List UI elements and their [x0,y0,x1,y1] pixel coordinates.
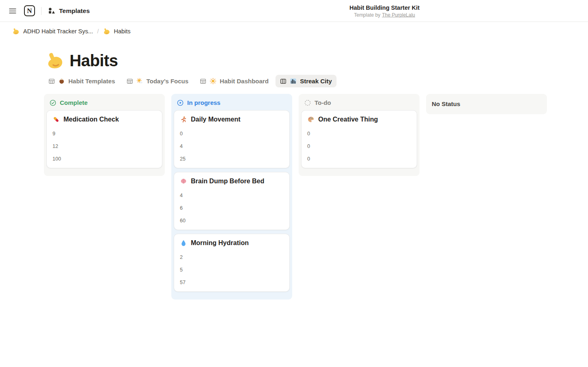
card-value: 6 [180,205,284,211]
card-value: 25 [180,156,284,162]
card-value: 9 [52,131,156,137]
card-title-text: Brain Dump Before Bed [191,178,264,185]
cityscape-icon [290,78,297,85]
card-value: 0 [307,156,411,162]
template-title: Habit Building Starter Kit [350,4,420,11]
column-title: No Status [432,100,460,107]
card-morning-hydration[interactable]: Morning Hydration 2 5 57 [174,234,290,292]
card-title: Brain Dump Before Bed [180,178,284,185]
template-subtitle: Template by The PurpleLalu [350,12,420,17]
card-title: One Creative Thing [307,116,411,123]
tab-todays-focus[interactable]: Today’s Focus [122,75,193,87]
tab-label: Today’s Focus [146,78,188,85]
card-value: 0 [307,131,411,137]
board-column-in-progress: In progress Daily Movement 0 4 25 Brain … [171,94,292,300]
view-tabs: Habit Templates Today’s Focus Habit Dash… [44,75,588,87]
board-column-complete: Complete Medication Check 9 12 100 [44,94,165,176]
templates-button[interactable]: Templates [48,7,90,15]
card-brain-dump-before-bed[interactable]: Brain Dump Before Bed 4 6 60 [174,172,290,230]
brain-icon [180,178,187,185]
page-title-text: Habits [70,52,118,70]
table-view-icon [127,78,133,85]
card-value: 60 [180,218,284,224]
card-value: 5 [180,267,284,273]
table-view-icon [48,78,55,85]
breadcrumb-item-root[interactable]: ADHD Habit Tracker Sys... [10,26,96,37]
kanban-board: Complete Medication Check 9 12 100 In pr… [44,94,588,300]
card-value: 12 [52,143,156,149]
card-value: 2 [180,254,284,260]
card-title-text: Morning Hydration [191,239,249,247]
card-medication-check[interactable]: Medication Check 9 12 100 [46,110,162,168]
biceps-icon [12,28,20,35]
column-title: Complete [60,99,87,106]
column-header-no-status[interactable]: No Status [426,94,547,114]
page-content: Habits Habit Templates Today’s Focus Hab… [0,51,588,300]
check-circle-icon [50,100,56,106]
card-title-text: Daily Movement [191,116,240,123]
breadcrumb: ADHD Habit Tracker Sys... / Habits [0,22,588,41]
tab-label: Habit Templates [68,78,115,85]
card-value: 0 [180,131,284,137]
column-cards: Daily Movement 0 4 25 Brain Dump Before … [171,108,292,300]
sun-icon [210,78,216,85]
page-title: Habits [46,51,588,70]
hamburger-menu-button[interactable] [7,5,19,17]
column-cards: Medication Check 9 12 100 [44,108,165,176]
template-author-link[interactable]: The PurpleLalu [382,12,415,17]
template-header: Habit Building Starter Kit Template by T… [350,4,420,17]
card-title: Morning Hydration [180,239,284,247]
topbar-divider [41,7,42,15]
card-title-text: Medication Check [63,116,119,123]
card-value: 100 [52,156,156,162]
breadcrumb-separator: / [97,28,99,35]
palette-icon [307,116,315,123]
chestnut-icon [58,78,65,85]
column-header-in-progress[interactable]: In progress [171,94,292,108]
board-column-todo: To-do One Creative Thing 0 0 0 [299,94,420,176]
card-title-text: One Creative Thing [318,116,378,123]
card-value: 4 [180,143,284,149]
topbar: N Templates Habit Building Starter Kit T… [0,0,588,22]
tab-habit-dashboard[interactable]: Habit Dashboard [195,75,273,87]
card-one-creative-thing[interactable]: One Creative Thing 0 0 0 [301,110,417,168]
runner-icon [180,116,187,123]
column-title: To-do [315,99,331,106]
tab-habit-templates[interactable]: Habit Templates [44,75,120,87]
sun-behind-cloud-icon [136,78,143,85]
column-title: In progress [187,99,221,106]
pill-icon [52,116,60,123]
card-daily-movement[interactable]: Daily Movement 0 4 25 [174,110,290,168]
tab-label: Streak City [300,78,332,85]
droplet-icon [180,239,187,247]
breadcrumb-item-current[interactable]: Habits [101,26,133,37]
dashed-circle-icon [304,100,311,106]
tab-streak-city[interactable]: Streak City [275,75,336,87]
shapes-icon [48,7,55,15]
hamburger-icon [8,7,17,15]
card-title: Daily Movement [180,116,284,123]
board-column-no-status: No Status [426,94,547,114]
tab-label: Habit Dashboard [220,78,269,85]
templates-label: Templates [59,7,90,15]
breadcrumb-root-label: ADHD Habit Tracker Sys... [23,28,93,35]
board-view-icon [280,78,286,85]
card-title: Medication Check [52,116,156,123]
biceps-icon [103,28,110,35]
template-by-label: Template by [354,12,380,17]
breadcrumb-current-label: Habits [114,28,131,35]
play-circle-icon [177,100,184,106]
card-value: 57 [180,280,284,285]
biceps-icon [46,51,64,70]
table-view-icon [200,78,206,85]
notion-logo[interactable]: N [24,5,35,16]
column-header-complete[interactable]: Complete [44,94,165,108]
column-cards: One Creative Thing 0 0 0 [299,108,420,176]
card-value: 4 [180,193,284,198]
column-header-todo[interactable]: To-do [299,94,420,108]
card-value: 0 [307,143,411,149]
